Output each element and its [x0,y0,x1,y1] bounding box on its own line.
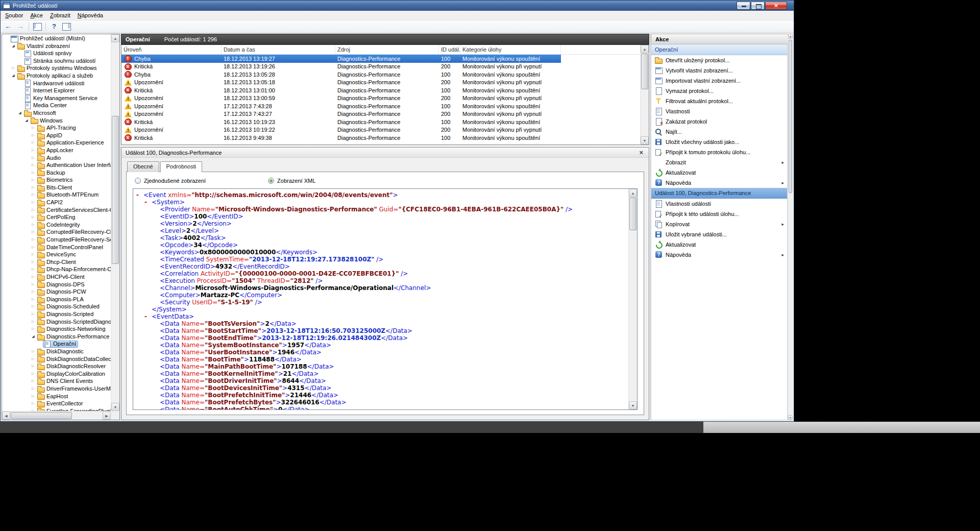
close-preview-icon[interactable]: × [638,148,645,157]
menu-napoveda[interactable]: Nápověda [74,11,107,20]
expand-icon[interactable]: ▷ [10,64,16,72]
show-action-pane-icon[interactable] [61,21,72,32]
action-napoveda[interactable]: Nápověda [651,250,787,260]
event-row[interactable]: Upozornění16.12.2013 10:19:22Diagnostics… [121,126,561,134]
column-header-kategorie-ulohy[interactable]: Kategorie úlohy [460,45,561,54]
tree-item-certpoleng[interactable]: ▷CertPolEng [2,213,111,221]
tree-item-media-center[interactable]: Media Center [2,102,111,109]
scroll-left-icon[interactable] [2,412,10,420]
expand-icon[interactable]: ▷ [30,318,36,326]
action-pripojit-k-tomuto-protokolu-ulohu[interactable]: Připojit k tomuto protokolu úlohu... [651,147,787,157]
scroll-up-icon[interactable] [629,189,637,197]
tree-item-dns-client-events[interactable]: ▷DNS Client Events [2,377,111,385]
tree-item-bits-client[interactable]: ▷Bits-Client [2,184,111,191]
column-header-zdroj[interactable]: Zdroj [335,45,439,54]
expand-icon[interactable]: ▷ [30,191,36,199]
action-vlastnosti[interactable]: Vlastnosti [651,106,787,116]
action-importovat-vlastni-zobrazeni[interactable]: Importovat vlastní zobrazení... [651,76,787,86]
radio-zobrazeni-xml[interactable]: Zobrazení XML [268,178,315,184]
action-ulozit-vsechny-udalosti-jako[interactable]: Uložit všechny události jako... [651,137,787,147]
tree-item-devicesync[interactable]: ▷DeviceSync [2,251,111,258]
minimize-button[interactable] [737,2,750,10]
expand-icon[interactable]: ▷ [30,273,36,281]
expand-icon[interactable]: ▷ [30,251,36,258]
expand-icon[interactable]: ▷ [30,132,36,139]
expand-icon[interactable]: ▷ [30,184,36,191]
expand-icon[interactable]: ▷ [30,176,36,184]
expand-icon[interactable]: ▷ [30,325,36,333]
event-row[interactable]: Upozornění18.12.2013 13:00:59Diagnostics… [121,94,561,103]
expand-icon[interactable]: ▷ [30,355,36,363]
tree-vertical-scrollbar[interactable] [111,34,119,411]
expand-icon[interactable]: ▷ [30,288,36,296]
tree-item-stranka-souhrnu-udalosti[interactable]: Stránka souhrnu událostí [2,57,111,65]
tree-item-diagnosis-dps[interactable]: ▷Diagnosis-DPS [2,281,111,288]
column-header-id-udal[interactable]: ID udál... [439,45,460,54]
scrollbar-thumb[interactable] [112,116,119,264]
tree-item-corruptedfilerecovery-server[interactable]: ▷CorruptedFileRecovery-Server [2,236,111,244]
tree-item-diskdiagnosticdatacollector[interactable]: ▷DiskDiagnosticDataCollector [2,355,111,363]
tree-item-application-experience[interactable]: ▷Application-Experience [2,139,111,147]
tree-item-eventcollector[interactable]: ▷EventCollector [2,400,111,407]
expand-icon[interactable]: ▷ [30,199,36,206]
expand-icon[interactable]: ▷ [30,161,36,169]
tree-item-applocker[interactable]: ▷AppLocker [2,147,111,154]
tree-item-microsoft[interactable]: ◢Microsoft [2,109,111,117]
tree-item-appid[interactable]: ▷AppID [2,132,111,139]
tree-item-authentication-user-interface[interactable]: ▷Authentication User Interface [2,161,111,169]
action-napoveda[interactable]: Nápověda [651,178,787,188]
expand-icon[interactable]: ▷ [30,281,36,288]
tree-item-biometrics[interactable]: ▷Biometrics [2,176,111,184]
tab-obecne[interactable]: Obecné [127,161,159,172]
action-ulozit-vybrane-udalosti[interactable]: Uložit vybrané události... [651,229,787,239]
collapse-icon[interactable]: ◢ [23,117,30,125]
event-row[interactable]: Kritická18.12.2013 13:19:26Diagnostics-P… [121,63,561,71]
action-vlastnosti-udalosti[interactable]: Vlastnosti události [651,199,787,209]
event-row[interactable]: Chyba18.12.2013 13:19:27Diagnostics-Perf… [121,55,561,63]
close-button[interactable] [765,2,787,10]
tree-item-diagnostics-performance[interactable]: ◢Diagnostics-Performance [2,333,111,341]
tree-item-eaphost[interactable]: ▷EapHost [2,393,111,400]
tree-item-protokoly-systemu-windows[interactable]: ▷Protokoly systému Windows [2,64,111,72]
scroll-up-icon[interactable] [641,45,649,53]
tree-item-protokoly-aplikaci-a-sluzeb[interactable]: ◢Protokoly aplikací a služeb [2,72,111,80]
action-aktualizovat[interactable]: Aktualizovat [651,239,787,250]
event-row[interactable]: Kritická16.12.2013 9:49:38Diagnostics-Pe… [121,134,561,142]
scrollbar-thumb[interactable] [629,198,636,230]
column-header-datum-a-cas[interactable]: Datum a čas [222,45,335,54]
tree-item-backup[interactable]: ▷Backup [2,169,111,177]
expand-icon[interactable]: ▷ [30,147,36,154]
expand-icon[interactable]: ▷ [30,124,36,132]
forward-icon[interactable] [15,21,26,32]
radio-indicator[interactable] [268,178,274,184]
scrollbar-thumb[interactable] [641,54,648,89]
tree-item-codeintegrity[interactable]: ▷CodeIntegrity [2,221,111,229]
tree-item-diagnosis-scripteddiagnosticsi[interactable]: ▷Diagnosis-ScriptedDiagnosticsI [2,318,111,326]
expand-icon[interactable]: ▷ [30,407,36,411]
event-viewer-app-icon[interactable] [3,2,10,9]
action-section-operacni[interactable]: Operační [651,44,787,55]
tree-item-diskdiagnosticresolver[interactable]: ▷DiskDiagnosticResolver [2,363,111,370]
back-icon[interactable] [3,21,14,32]
action-otevrit-ulozeny-protokol[interactable]: Otevřít uložený protokol... [651,55,787,65]
xml-scrollbar[interactable] [628,189,637,409]
expand-icon[interactable]: ▷ [30,400,36,407]
expand-icon[interactable]: ▷ [30,213,36,221]
taskbar[interactable] [0,422,980,433]
tree-item-datetimecontrolpanel[interactable]: ▷DateTimeControlPanel [2,244,111,251]
tree-item-diagnostics-networking[interactable]: ▷Diagnostics-Networking [2,325,111,333]
tree-item-driverframeworks-usermode[interactable]: ▷DriverFrameworks-UserMode [2,385,111,393]
event-row[interactable]: Upozornění17.12.2013 7:43:28Diagnostics-… [121,102,561,110]
tree-horizontal-scrollbar[interactable] [2,411,111,420]
tree-item-windows[interactable]: ◢Windows [2,117,111,125]
scroll-right-icon[interactable] [103,412,111,420]
expand-icon[interactable]: ▷ [30,393,36,400]
tree-item-eventlog-forwardingplugin[interactable]: ▷Eventlog-ForwardingPlugin [2,407,111,411]
tree-item-audio[interactable]: ▷Audio [2,154,111,162]
scroll-up-icon[interactable] [111,34,119,42]
tree-item-vlastni-zobrazeni[interactable]: ◢Vlastní zobrazení [2,42,111,50]
expand-icon[interactable]: ▷ [30,303,36,310]
action-filtrovat-aktualni-protokol[interactable]: Filtrovat aktuální protokol... [651,96,787,106]
tree-item-diagnosis-pcw[interactable]: ▷Diagnosis-PCW [2,288,111,296]
scroll-down-icon[interactable] [641,136,649,144]
